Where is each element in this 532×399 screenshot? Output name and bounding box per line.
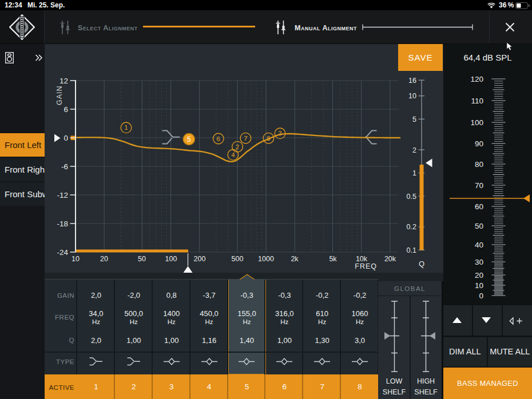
svg-text:110: 110 bbox=[471, 97, 483, 105]
svg-text:10: 10 bbox=[72, 255, 80, 263]
svg-text:2k: 2k bbox=[291, 255, 299, 263]
svg-text:100: 100 bbox=[165, 255, 177, 263]
svg-text:5: 5 bbox=[412, 115, 416, 123]
svg-text:10k: 10k bbox=[356, 255, 368, 263]
svg-text:-12: -12 bbox=[57, 191, 68, 200]
svg-text:60: 60 bbox=[475, 202, 483, 211]
svg-text:-24: -24 bbox=[57, 248, 68, 257]
svg-text:FREQ: FREQ bbox=[355, 262, 377, 270]
svg-text:0: 0 bbox=[479, 292, 483, 300]
svg-text:8: 8 bbox=[267, 135, 270, 142]
svg-text:500: 500 bbox=[232, 255, 244, 263]
svg-text:200: 200 bbox=[194, 255, 206, 263]
svg-text:50: 50 bbox=[475, 222, 483, 230]
svg-text:3: 3 bbox=[278, 130, 281, 137]
svg-text:0.2: 0.2 bbox=[407, 223, 416, 231]
svg-text:6: 6 bbox=[63, 105, 68, 114]
svg-text:2: 2 bbox=[412, 146, 416, 154]
svg-text:120: 120 bbox=[470, 75, 483, 83]
svg-text:4: 4 bbox=[231, 151, 235, 158]
svg-text:16: 16 bbox=[408, 77, 416, 85]
svg-text:0: 0 bbox=[63, 134, 68, 142]
svg-text:0.5: 0.5 bbox=[407, 193, 416, 201]
svg-text:Q: Q bbox=[419, 260, 424, 268]
svg-text:1: 1 bbox=[412, 169, 416, 177]
svg-text:40: 40 bbox=[475, 241, 483, 249]
svg-text:10: 10 bbox=[408, 92, 416, 100]
svg-text:2: 2 bbox=[236, 143, 239, 150]
svg-text:30: 30 bbox=[475, 258, 483, 266]
svg-text:80: 80 bbox=[475, 160, 483, 169]
svg-text:90: 90 bbox=[475, 139, 483, 148]
svg-text:20: 20 bbox=[475, 271, 483, 280]
svg-text:1000: 1000 bbox=[258, 255, 274, 263]
svg-text:GAIN: GAIN bbox=[55, 85, 63, 105]
svg-text:7: 7 bbox=[244, 135, 247, 142]
svg-text:12: 12 bbox=[59, 77, 68, 85]
svg-text:1: 1 bbox=[124, 124, 128, 131]
svg-text:6: 6 bbox=[217, 135, 220, 142]
svg-text:100: 100 bbox=[470, 118, 483, 127]
svg-text:-18: -18 bbox=[57, 220, 68, 228]
svg-text:20k: 20k bbox=[384, 255, 396, 263]
svg-text:0.1: 0.1 bbox=[407, 246, 416, 254]
svg-text:50: 50 bbox=[138, 255, 146, 263]
svg-text:70: 70 bbox=[475, 181, 483, 190]
svg-text:10: 10 bbox=[475, 281, 483, 290]
svg-text:-6: -6 bbox=[61, 162, 68, 171]
svg-text:5k: 5k bbox=[329, 255, 337, 263]
svg-text:20: 20 bbox=[100, 255, 108, 263]
svg-text:5: 5 bbox=[187, 135, 191, 143]
